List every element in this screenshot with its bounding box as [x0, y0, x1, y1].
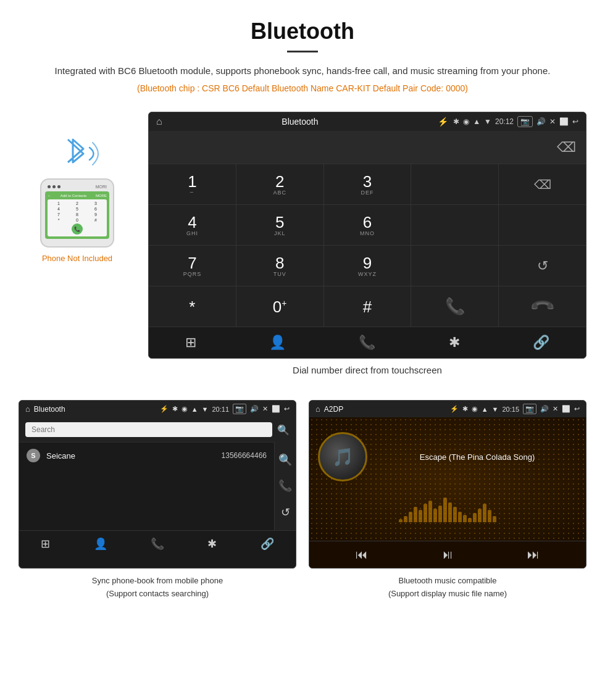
pb-vol-icon[interactable]: 🔊 [250, 405, 259, 413]
phonebook-nav-bar: ⊞ 👤 📞 ✱ 🔗 [19, 530, 296, 557]
key-7[interactable]: 7 PQRS [149, 246, 236, 286]
phonebook-panel: ⌂ Bluetooth ⚡ ✱ ◉ ▲ ▼ 20:11 📷 🔊 ✕ ⬜ ↩ 🔍 [19, 400, 296, 569]
eq-bar [414, 507, 417, 522]
home-icon[interactable]: ⌂ [156, 116, 162, 127]
play-pause-button[interactable]: ⏯ [441, 548, 454, 562]
eq-bar [424, 504, 427, 522]
nav-link-icon[interactable]: 🔗 [533, 335, 549, 351]
pb-nav-phone[interactable]: 📞 [151, 537, 164, 551]
phonebook-caption-line1: Sync phone-book from mobile phone [92, 576, 223, 585]
ms-loc-icon: ◉ [472, 405, 478, 413]
key-call-green[interactable]: 📞 [411, 286, 498, 327]
key-5[interactable]: 5 JKL [236, 205, 323, 245]
ms-back-icon[interactable]: ↩ [574, 405, 580, 413]
ms-usb-icon: ⚡ [450, 405, 459, 413]
pb-wifi-icon: ▼ [202, 406, 209, 413]
eq-bar [438, 506, 442, 523]
dial-screen-container: ⌂ Bluetooth ⚡ ✱ ◉ ▲ ▼ 20:12 📷 🔊 ✕ ⬜ ↩ [148, 112, 586, 388]
dial-display: ⌫ [149, 131, 586, 164]
key-refresh[interactable]: ↺ [499, 246, 586, 286]
phonebook-search-area: 🔍 [19, 417, 296, 442]
pb-nav-link[interactable]: 🔗 [261, 537, 274, 551]
eq-bar [419, 510, 422, 522]
ms-vol-icon[interactable]: 🔊 [540, 405, 549, 413]
ms-signal-icon: ▲ [482, 406, 488, 413]
pb-bt-icon: ✱ [172, 405, 178, 413]
eq-bar [478, 509, 482, 523]
ms-win-icon[interactable]: ⬜ [562, 405, 570, 413]
camera-icon[interactable]: 📷 [517, 116, 533, 127]
eq-bar [409, 512, 412, 523]
backspace-button[interactable]: ⌫ [557, 140, 576, 156]
key-8[interactable]: 8 TUV [236, 246, 323, 286]
rewind-button[interactable]: ⏮ [356, 548, 368, 562]
eq-bar [468, 518, 472, 523]
ms-bt-icon: ✱ [462, 405, 468, 413]
eq-bar [399, 519, 403, 522]
side-phone-icon[interactable]: 📞 [278, 479, 292, 493]
side-search-icon[interactable]: 🔍 [278, 453, 292, 467]
pb-nav-grid[interactable]: ⊞ [41, 537, 50, 551]
pb-usb-icon: ⚡ [160, 405, 169, 413]
pb-nav-user[interactable]: 👤 [94, 537, 107, 551]
music-album-art: 🎵 [318, 432, 367, 481]
contact-row[interactable]: S Seicane 13566664466 [19, 442, 274, 469]
nav-grid-icon[interactable]: ⊞ [185, 335, 196, 351]
nav-bt-icon[interactable]: ✱ [449, 335, 460, 351]
ms-time: 20:15 [502, 406, 519, 413]
key-9[interactable]: 9 WXYZ [324, 246, 411, 286]
eq-bar [458, 512, 462, 523]
search-icon[interactable]: 🔍 [277, 424, 290, 436]
page-header: Bluetooth Integrated with BC6 Bluetooth … [0, 0, 605, 112]
music-info: Escape (The Pina Colada Song) [377, 452, 577, 462]
music-caption: Bluetooth music compatible (Support disp… [309, 575, 586, 613]
eq-bar [493, 516, 496, 522]
key-2[interactable]: 2 ABC [236, 164, 323, 204]
window-icon[interactable]: ⬜ [559, 117, 569, 126]
key-call-red[interactable]: 📞 [499, 286, 586, 327]
key-hash[interactable]: # [324, 286, 411, 327]
pb-close-icon[interactable]: ✕ [262, 405, 268, 413]
location-icon: ◉ [463, 117, 469, 126]
music-status-bar: ⌂ A2DP ⚡ ✱ ◉ ▲ ▼ 20:15 📷 🔊 ✕ ⬜ ↩ [309, 401, 586, 417]
fast-forward-button[interactable]: ⏭ [527, 548, 540, 562]
key-star[interactable]: * [149, 286, 236, 327]
close-icon[interactable]: ✕ [549, 117, 556, 126]
key-empty-4 [411, 246, 498, 286]
nav-contacts-icon[interactable]: 👤 [269, 335, 286, 351]
dial-nav-bar: ⊞ 👤 📞 ✱ 🔗 [149, 327, 586, 358]
key-1[interactable]: 1 ∽ [149, 164, 236, 204]
bt-status-icon: ✱ [453, 117, 459, 126]
pb-win-icon[interactable]: ⬜ [272, 405, 280, 413]
pb-back-icon[interactable]: ↩ [284, 405, 290, 413]
back-icon[interactable]: ↩ [572, 117, 578, 126]
pb-nav-bt[interactable]: ✱ [207, 537, 217, 551]
side-refresh-icon[interactable]: ↺ [281, 506, 290, 519]
ms-camera-icon[interactable]: 📷 [523, 404, 536, 414]
pb-camera-icon[interactable]: 📷 [233, 404, 246, 414]
key-3[interactable]: 3 DEF [324, 164, 411, 204]
music-container: ⌂ A2DP ⚡ ✱ ◉ ▲ ▼ 20:15 📷 🔊 ✕ ⬜ ↩ [309, 400, 586, 613]
ms-home-icon[interactable]: ⌂ [315, 404, 320, 414]
bluetooth-waves-icon [49, 130, 105, 173]
bottom-panels: ⌂ Bluetooth ⚡ ✱ ◉ ▲ ▼ 20:11 📷 🔊 ✕ ⬜ ↩ 🔍 [0, 400, 605, 613]
key-4[interactable]: 4 GHI [149, 205, 236, 245]
phone-screen-header: ← Add to Contacts MORE [48, 194, 107, 198]
music-equalizer [318, 491, 577, 522]
key-0[interactable]: 0+ [236, 286, 323, 327]
key-empty-3 [499, 205, 586, 245]
volume-icon[interactable]: 🔊 [536, 117, 546, 126]
status-icons: ✱ ◉ ▲ ▼ 20:12 📷 🔊 ✕ ⬜ ↩ [453, 116, 578, 127]
nav-phone-icon[interactable]: 📞 [359, 335, 375, 351]
dial-caption: Dial number direct from touchscreen [148, 365, 586, 375]
signal-icon: ▲ [473, 117, 480, 126]
phone-mini-keypad: 123 456 789 *0# 📞 [48, 199, 107, 236]
pb-home-icon[interactable]: ⌂ [25, 404, 30, 414]
key-6[interactable]: 6 MNO [324, 205, 411, 245]
key-backspace[interactable]: ⌫ [499, 164, 586, 204]
eq-bar [448, 502, 452, 523]
ms-close-icon[interactable]: ✕ [553, 405, 558, 413]
phone-not-included-label: Phone Not Included [42, 254, 112, 263]
search-input[interactable] [25, 422, 272, 437]
time-display: 20:12 [495, 117, 514, 126]
